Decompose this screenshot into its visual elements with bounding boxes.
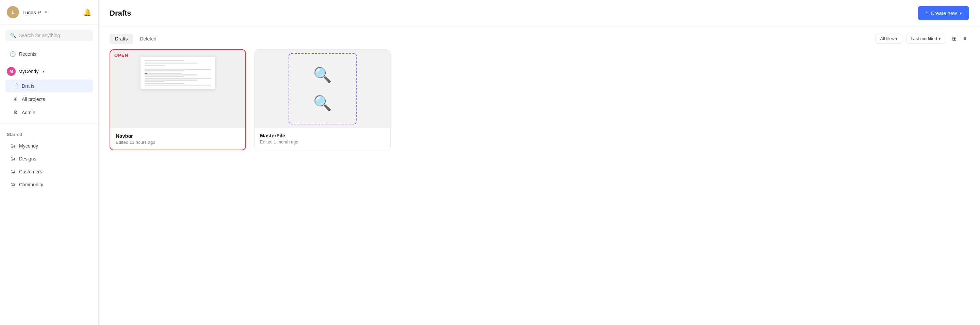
all-projects-icon: ⊞ — [12, 96, 18, 102]
sidebar: L Lucas P ▾ 🔔 🔍 Search for anything 🕐 Re… — [0, 0, 99, 325]
all-files-label: All files — [880, 36, 894, 41]
plus-icon: + — [925, 10, 929, 17]
mockup-line — [145, 83, 185, 84]
grid-view-button[interactable]: ⊞ — [950, 33, 959, 44]
sidebar-item-drafts[interactable]: 📄 Drafts — [5, 79, 93, 92]
nav-recents: 🕐 Recents — [0, 46, 98, 62]
avatar: L — [7, 6, 19, 18]
card-navbar-name: Navbar — [116, 133, 240, 139]
cards-grid: OPEN — [110, 49, 969, 150]
mockup-line — [145, 69, 211, 70]
starred-label: Starred — [0, 127, 98, 139]
page-title: Drafts — [110, 9, 131, 18]
main-content: Drafts + Create new ▾ Drafts Deleted All… — [99, 0, 980, 325]
notifications-icon[interactable]: 🔔 — [83, 8, 92, 16]
sidebar-item-recents[interactable]: 🕐 Recents — [3, 48, 95, 60]
mockup-line — [145, 78, 211, 79]
search-icon-large-2: 🔍 — [313, 94, 332, 112]
workspace-icon: M — [7, 67, 16, 76]
sidebar-header: L Lucas P ▾ 🔔 — [0, 0, 98, 25]
chevron-down-icon: ▾ — [45, 10, 47, 14]
search-icon-large-1: 🔍 — [313, 66, 332, 84]
user-name: Lucas P — [22, 10, 41, 15]
last-modified-sort-button[interactable]: Last modified ▾ — [906, 34, 945, 43]
masterfile-mockup: 🔍 🔍 — [255, 50, 390, 128]
mockup-line — [148, 73, 181, 74]
sidebar-item-label-admin: Admin — [22, 110, 35, 115]
sidebar-item-label-community-folder: Community — [19, 182, 43, 187]
sidebar-item-label-designs-folder: Designs — [19, 156, 37, 162]
tab-deleted[interactable]: Deleted — [134, 34, 162, 44]
folder-icon: 🗂 — [10, 182, 16, 187]
mockup-line — [145, 85, 211, 86]
tabs-bar: Drafts Deleted All files ▾ Last modified… — [110, 27, 969, 49]
sidebar-item-label-all-projects: All projects — [22, 97, 45, 102]
create-btn-label: Create new — [931, 10, 957, 16]
navbar-mockup-container — [110, 50, 245, 128]
user-menu[interactable]: L Lucas P ▾ — [7, 6, 47, 18]
workspace-name: MyCondy — [18, 69, 38, 74]
list-view-button[interactable]: ≡ — [961, 34, 969, 44]
search-bar[interactable]: 🔍 Search for anything — [5, 30, 93, 41]
card-navbar-preview: OPEN — [110, 50, 245, 128]
mockup-line — [145, 63, 197, 63]
workspace-chevron-icon: ▾ — [43, 69, 45, 74]
card-navbar-meta: Edited 11 hours ago — [116, 140, 240, 145]
mockup-line — [145, 65, 164, 66]
tab-drafts[interactable]: Drafts — [110, 34, 133, 44]
drafts-icon: 📄 — [12, 83, 18, 89]
create-btn-chevron-icon: ▾ — [959, 11, 962, 16]
sidebar-item-mycondy-folder[interactable]: 🗂 Mycondy — [3, 140, 95, 152]
card-masterfile-meta: Edited 1 month ago — [260, 140, 385, 144]
tab-controls: All files ▾ Last modified ▾ ⊞ ≡ — [875, 33, 969, 44]
mockup-line — [145, 60, 185, 61]
open-badge: OPEN — [115, 53, 128, 58]
sidebar-item-community-folder[interactable]: 🗂 Community — [3, 178, 95, 191]
mockup-line — [145, 76, 185, 77]
tabs: Drafts Deleted — [110, 34, 162, 44]
starred-section: Starred 🗂 Mycondy 🗂 Designs 🗂 Customers … — [0, 127, 98, 191]
sidebar-item-label-mycondy-folder: Mycondy — [19, 143, 38, 149]
card-masterfile-preview: 🔍 🔍 — [255, 50, 390, 128]
mockup-dot-blue — [145, 73, 147, 74]
mockup-line — [145, 79, 197, 81]
card-masterfile-name: MasterFile — [260, 133, 385, 138]
sort-chevron-icon: ▾ — [939, 36, 941, 41]
all-files-filter-button[interactable]: All files ▾ — [875, 34, 902, 43]
search-input-placeholder: Search for anything — [19, 33, 60, 38]
sidebar-item-customers-folder[interactable]: 🗂 Customers — [3, 165, 95, 178]
card-navbar-info: Navbar Edited 11 hours ago — [110, 128, 245, 150]
sidebar-item-all-projects[interactable]: ⊞ All projects — [5, 93, 93, 106]
sidebar-item-label-customers-folder: Customers — [19, 169, 42, 174]
mockup-line — [145, 70, 185, 71]
card-masterfile[interactable]: 🔍 🔍 MasterFile Edited 1 month ago — [254, 49, 391, 150]
dashed-box: 🔍 🔍 — [288, 53, 356, 124]
search-icon: 🔍 — [10, 33, 16, 38]
admin-icon: ⚙ — [12, 109, 18, 116]
sort-label: Last modified — [911, 36, 937, 41]
folder-icon: 🗂 — [10, 169, 16, 174]
folder-icon: 🗂 — [10, 143, 16, 149]
content-area: Drafts Deleted All files ▾ Last modified… — [99, 27, 980, 325]
recents-icon: 🕐 — [10, 51, 16, 57]
sidebar-item-designs-folder[interactable]: 🗂 Designs — [3, 152, 95, 165]
sidebar-item-label-drafts: Drafts — [22, 83, 34, 89]
card-masterfile-info: MasterFile Edited 1 month ago — [255, 128, 390, 149]
folder-icon: 🗂 — [10, 156, 16, 162]
view-toggle: ⊞ ≡ — [950, 33, 969, 44]
topbar: Drafts + Create new ▾ — [99, 0, 980, 27]
filter-chevron-icon: ▾ — [895, 36, 898, 41]
workspace-menu[interactable]: M MyCondy ▾ — [3, 63, 95, 79]
card-navbar[interactable]: OPEN — [110, 49, 246, 150]
mockup-section — [145, 69, 211, 86]
workspace-section: M MyCondy ▾ 📄 Drafts ⊞ All projects ⚙ Ad… — [0, 62, 98, 120]
create-new-button[interactable]: + Create new ▾ — [918, 6, 969, 20]
sidebar-item-label-recents: Recents — [19, 51, 37, 57]
mockup-line — [145, 75, 197, 76]
navbar-mockup — [140, 57, 215, 89]
divider — [0, 124, 98, 124]
mockup-line — [145, 81, 164, 82]
sidebar-item-admin[interactable]: ⚙ Admin — [5, 106, 93, 119]
